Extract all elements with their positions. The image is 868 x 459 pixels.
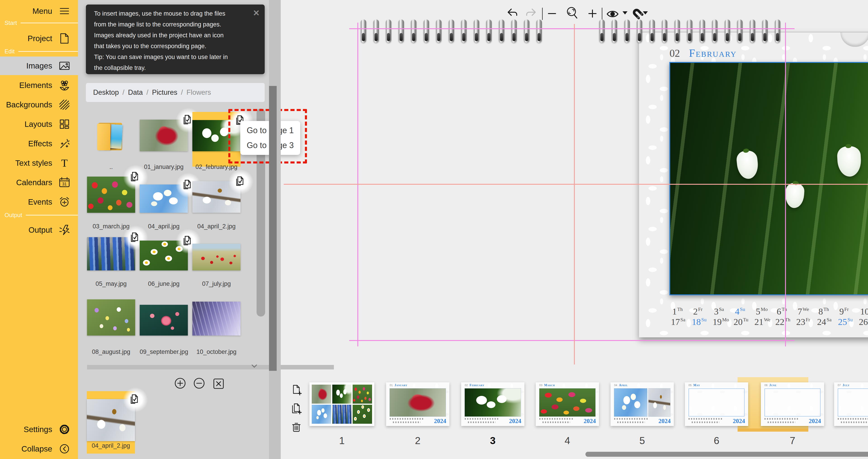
binding-ring bbox=[524, 20, 529, 42]
image-name: 04_april_2.jpg bbox=[192, 223, 241, 230]
mini-page-header: 07July bbox=[838, 384, 850, 387]
zoom-in-icon[interactable] bbox=[587, 8, 598, 19]
zoom-fit-icon[interactable] bbox=[565, 5, 580, 20]
image-thumbnail-08_august.jpg[interactable] bbox=[87, 299, 135, 336]
chevron-down-icon[interactable] bbox=[643, 11, 648, 14]
chevron-down-icon[interactable] bbox=[622, 11, 627, 14]
page-thumbnail-2[interactable]: 01January2024 bbox=[386, 382, 450, 426]
menu-button[interactable]: Menu bbox=[0, 2, 78, 20]
panel-scrollbar[interactable] bbox=[269, 0, 281, 459]
mini-page-header: 01January bbox=[390, 384, 407, 387]
sidebar-item-effects[interactable]: Effects bbox=[0, 134, 78, 153]
binding-ring bbox=[700, 20, 705, 42]
page-number-5[interactable]: 5 bbox=[611, 435, 674, 446]
binding-ring bbox=[762, 20, 768, 42]
sidebar-item-elements[interactable]: Elements bbox=[0, 76, 78, 94]
photo-frame[interactable] bbox=[669, 62, 868, 295]
sidebar-item-events[interactable]: Events bbox=[0, 193, 78, 211]
date-19: 19Mo bbox=[713, 316, 729, 327]
binding-ring bbox=[662, 20, 667, 42]
editor-canvas: 02February Events 1Th2Fr3Sa4Su5Mo6Tu7We8… bbox=[281, 0, 868, 459]
image-name: 08_august.jpg bbox=[87, 348, 135, 356]
duplicate-page-icon[interactable] bbox=[291, 403, 302, 414]
page-number-3[interactable]: 3 bbox=[461, 435, 524, 446]
page-number-4[interactable]: 4 bbox=[536, 435, 599, 446]
mini-page-header: 05May bbox=[688, 384, 700, 387]
sidebar-item-images[interactable]: Images bbox=[0, 57, 78, 75]
sidebar-item-layouts[interactable]: Layouts bbox=[0, 115, 78, 133]
redo-icon[interactable] bbox=[525, 7, 537, 20]
image-name: 10_october.jpg bbox=[192, 348, 241, 356]
page-thumbnail-4[interactable]: 03March2024 bbox=[536, 382, 599, 426]
breadcrumb-desktop[interactable]: Desktop bbox=[93, 88, 119, 96]
sidebar: Menu Start Project Edit Images Elements bbox=[0, 0, 78, 459]
preview-eye-icon[interactable] bbox=[606, 7, 619, 21]
sidebar-item-project[interactable]: Project bbox=[0, 29, 78, 48]
page-thumbnail-7[interactable]: 06June2024 bbox=[761, 382, 824, 426]
center-guide-vertical bbox=[574, 24, 575, 365]
tray-enlarge-button[interactable] bbox=[174, 377, 186, 390]
binding-ring bbox=[612, 20, 617, 42]
folder-up-item[interactable] bbox=[87, 122, 135, 151]
delete-page-icon[interactable] bbox=[291, 422, 302, 433]
breadcrumb-data[interactable]: Data bbox=[128, 88, 143, 96]
page-title[interactable]: 02February bbox=[670, 47, 737, 59]
used-on-page-icon[interactable] bbox=[182, 179, 193, 190]
help-tooltip: To insert images, use the mouse to drag … bbox=[86, 4, 265, 74]
used-on-page-icon[interactable] bbox=[129, 394, 140, 404]
mini-photo-empty bbox=[765, 389, 820, 417]
image-thumbnail-09_september.jpg[interactable] bbox=[140, 305, 188, 336]
filmstrip-scrollbar[interactable] bbox=[585, 452, 868, 457]
tray-shrink-button[interactable] bbox=[193, 377, 206, 390]
settings-button[interactable]: Settings bbox=[0, 420, 78, 439]
image-thumbnail-07_july.jpg[interactable] bbox=[192, 244, 241, 270]
page-thumbnail-6[interactable]: 05May2024 bbox=[685, 382, 748, 426]
sidebar-item-output[interactable]: Output bbox=[0, 221, 78, 239]
sidebar-item-backgrounds[interactable]: Backgrounds bbox=[0, 95, 78, 114]
binding-ring bbox=[750, 20, 755, 42]
used-on-page-icon[interactable] bbox=[182, 114, 193, 125]
page-number-6[interactable]: 6 bbox=[685, 435, 748, 446]
collapse-button[interactable]: Collapse bbox=[0, 439, 78, 458]
breadcrumb-pictures[interactable]: Pictures bbox=[152, 88, 177, 96]
month-number: 02 bbox=[670, 48, 680, 59]
page-thumbnail-3[interactable]: 02February2024 bbox=[461, 382, 524, 426]
used-on-page-icon[interactable] bbox=[235, 176, 245, 186]
close-icon[interactable]: ✕ bbox=[253, 8, 260, 19]
layout-grid-icon bbox=[58, 118, 71, 130]
date-26: 26Mo bbox=[859, 316, 868, 327]
used-on-page-icon[interactable] bbox=[182, 235, 193, 246]
sidebar-item-text-styles[interactable]: Text styles T bbox=[0, 154, 78, 172]
mini-page-header: 06June bbox=[765, 384, 776, 387]
mini-dates bbox=[465, 418, 499, 423]
mini-photo-empty bbox=[838, 389, 868, 417]
bleed-guide-bottom bbox=[349, 340, 795, 341]
chevron-down-icon[interactable] bbox=[249, 361, 259, 371]
page-number-1[interactable]: 1 bbox=[309, 435, 374, 446]
breadcrumb-flowers: Flowers bbox=[186, 88, 211, 96]
used-on-page-icon[interactable] bbox=[129, 232, 140, 242]
bleed-guide-top bbox=[349, 28, 795, 29]
page-thumbnail-July[interactable]: 07July2024 bbox=[834, 382, 868, 426]
binding-ring bbox=[474, 20, 479, 42]
tray-clear-button[interactable] bbox=[212, 377, 225, 390]
page-thumbnail-1[interactable] bbox=[309, 382, 374, 426]
page-thumbnail-5[interactable]: 04April2024 bbox=[611, 382, 674, 426]
page-number-7[interactable]: 7 bbox=[761, 435, 824, 446]
page-number-2[interactable]: 2 bbox=[386, 435, 450, 446]
sidebar-item-calendars[interactable]: Calendars 31 bbox=[0, 173, 78, 192]
binding-ring bbox=[486, 20, 492, 42]
undo-icon[interactable] bbox=[506, 7, 519, 20]
date-4: 4Su bbox=[735, 306, 745, 317]
binding-ring bbox=[712, 20, 717, 42]
binding-ring bbox=[411, 20, 416, 42]
binding-ring bbox=[536, 20, 542, 42]
add-page-icon[interactable] bbox=[291, 385, 302, 396]
used-on-page-icon[interactable] bbox=[129, 172, 140, 182]
binding-ring bbox=[737, 20, 743, 42]
image-thumbnail-10_october.jpg[interactable] bbox=[192, 302, 241, 336]
zoom-out-icon[interactable] bbox=[547, 8, 557, 19]
cover-tile bbox=[312, 405, 331, 424]
date-21: 21We bbox=[754, 316, 771, 327]
snap-magnet-icon[interactable] bbox=[630, 6, 645, 20]
